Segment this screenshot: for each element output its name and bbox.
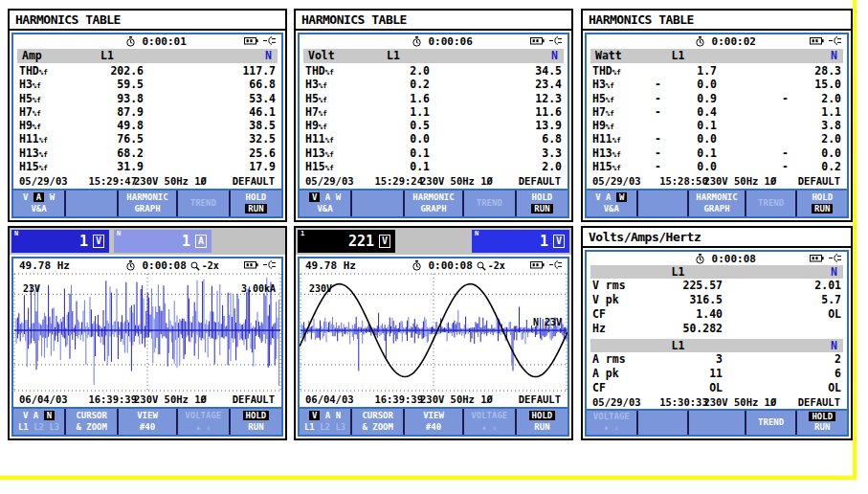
channel-badge-nv[interactable]: N 1 V <box>11 230 109 253</box>
waveform-plot-area: 230V N 23V <box>300 273 568 393</box>
softkey-cursor-zoom[interactable]: CURSOR& ZOOM <box>66 409 119 435</box>
softkey-input-select[interactable]: V A N L1 L2 L3 <box>13 409 66 435</box>
softkey-hold-run[interactable]: HOLDRUN <box>231 191 281 216</box>
channel-marker: N <box>117 231 121 237</box>
line-config: 230V 50Hz 1Ø <box>134 393 207 407</box>
harmonic-label: H9%f <box>305 119 365 132</box>
elapsed-time: 0:00:08 <box>428 259 472 272</box>
neutral-label: N <box>831 49 837 63</box>
panel-scope-l1: 1 221 V N 1 V 49.78 Hz 0:00:08 -2x 230V … <box>294 226 573 440</box>
n-value: 2.01 <box>786 279 841 292</box>
l1-value: 0.1 <box>377 146 430 160</box>
l1-value: 0.2 <box>377 78 430 91</box>
harmonic-label: H5%f <box>19 92 78 105</box>
l1-value: 49.8 <box>91 119 144 132</box>
elapsed-time: 0:00:02 <box>712 35 756 48</box>
date: 05/29/03 <box>305 174 354 189</box>
waveform-l1: 230V N 23V <box>300 273 568 393</box>
lcd-screen: 0:00:08 L1 N V rms 225.57 2.01 V pk <box>585 250 849 437</box>
softkey-view[interactable]: VIEW#40 <box>405 409 464 435</box>
softkey-voltage[interactable]: VOLTAGE▴ ▵ <box>178 409 231 435</box>
softkey-blank[interactable] <box>352 191 405 216</box>
softkey-blank[interactable] <box>66 191 119 216</box>
n-value: 46.1 <box>226 105 276 119</box>
softkey-harmonic-graph[interactable]: HARMONICGRAPH <box>405 191 464 216</box>
unit-label: Volt <box>308 49 335 63</box>
l1-value: 76.5 <box>91 132 144 146</box>
l1-value: 1.6 <box>377 92 430 105</box>
info-bar: 06/04/03 16:39:39 230V 50Hz 1Ø DEFAULT <box>300 393 568 407</box>
lcd-screen: 0:00:01 Amp L1 N THD%f 202.6 117.7 <box>11 33 283 218</box>
channel-badge-nv[interactable]: N 1 V <box>472 230 569 253</box>
zoom-factor: -2x <box>202 260 219 271</box>
table-row: H3%f 59.5 66.8 <box>13 78 281 91</box>
table-row: H11%f 76.5 32.5 <box>13 132 281 146</box>
softkey-vaw[interactable]: V A W V&A <box>13 191 66 216</box>
softkey-cursor-zoom[interactable]: CURSOR& ZOOM <box>352 409 405 435</box>
n-value: 2.0 <box>791 92 841 105</box>
panel-harmonics-volt: HARMONICS TABLE 0:00:06 Volt L1 N THD%f … <box>294 9 573 222</box>
table-row: H5%f 1.6 12.3 <box>300 92 568 105</box>
softkey-hold-run[interactable]: HOLDRUN <box>797 411 847 435</box>
channel-unit: V <box>553 235 565 248</box>
n-value: 2 <box>786 352 841 366</box>
n-value: 28.3 <box>791 64 841 78</box>
softkey-view[interactable]: VIEW#40 <box>119 409 178 435</box>
l1-value: 31.9 <box>91 160 144 173</box>
softkey-input-select[interactable]: V A N L1 L2 L3 <box>300 409 352 435</box>
line-config: 230V 50Hz 1Ø <box>420 393 493 407</box>
harmonic-label: THD%f <box>19 64 78 78</box>
softkey-vaw[interactable]: V A W V&A <box>587 191 638 216</box>
phase-label: L1 <box>671 265 684 280</box>
harmonic-label: H9%f <box>19 119 78 132</box>
n-value: OL <box>786 381 841 394</box>
l1-value: 0.0 <box>664 160 717 173</box>
table-row: H13%f - 0.1 - 0.0 <box>587 146 847 160</box>
softkey-blank[interactable] <box>689 411 746 435</box>
softkey-hold-run[interactable]: HOLDRUN <box>517 191 568 216</box>
l1-value: OL <box>648 381 723 394</box>
softkey-trend[interactable]: TREND <box>746 191 798 216</box>
table-row: THD%f 202.6 117.7 <box>13 64 281 78</box>
channel-marker: N <box>475 231 479 237</box>
scale-label-left: 23V <box>23 283 40 294</box>
softkey-trend[interactable]: TREND <box>178 191 231 216</box>
softkey-hold-run[interactable]: HOLDRUN <box>231 409 281 435</box>
softkey-blank[interactable] <box>638 411 690 435</box>
time: 16:39:39 <box>88 393 137 407</box>
softkey-voltage[interactable]: VOLTAGE▴ ▵ <box>587 411 638 435</box>
status-bar: 0:00:08 <box>587 252 847 265</box>
softkey-voltage[interactable]: VOLTAGE▴ ▵ <box>464 409 517 435</box>
harmonics-rows: THD%f 2.0 34.5 H3%f 0.2 23.4 <box>300 63 568 174</box>
softkey-hold-run[interactable]: HOLDRUN <box>797 191 847 216</box>
frequency-readout: 49.78 Hz <box>305 259 356 272</box>
softkey-harmonic-graph[interactable]: HARMONICGRAPH <box>689 191 746 216</box>
scale-label-right: N 23V <box>533 317 562 327</box>
softkey-vaw[interactable]: V A W V&A <box>300 191 352 216</box>
l1-value: 59.5 <box>91 78 144 91</box>
table-row: H13%f 0.1 3.3 <box>300 146 568 160</box>
channel-badge-na[interactable]: N 1 A <box>114 230 211 253</box>
channel-strip: N 1 V N 1 A <box>10 228 285 255</box>
timer-icon <box>126 36 135 47</box>
softkey-blank[interactable] <box>638 191 690 216</box>
softkey-harmonic-graph[interactable]: HARMONICGRAPH <box>119 191 178 216</box>
battery-icon <box>530 260 545 269</box>
setup-name: DEFAULT <box>519 393 561 407</box>
panel-volts-amps-hertz: Volts/Amps/Hertz 0:00:08 L1 N V rms 225.… <box>581 226 853 440</box>
softkey-hold-run[interactable]: HOLDRUN <box>517 409 568 435</box>
softkey-trend[interactable]: TREND <box>464 191 517 216</box>
harmonic-label: H11%f <box>592 132 652 146</box>
info-bar: 06/04/03 16:39:39 230V 50Hz 1Ø DEFAULT <box>13 393 281 407</box>
unit-label: Amp <box>22 49 42 63</box>
page-edge-bottom <box>0 476 857 480</box>
softkey-bar: V A W V&A HARMONICGRAPH TREND HOLDRUN <box>300 189 568 216</box>
table-row: H7%f - 0.4 1.1 <box>587 105 847 119</box>
channel-badge-l1v[interactable]: 1 221 V <box>298 230 395 253</box>
setup-name: DEFAULT <box>233 174 275 189</box>
table-row: THD%f 1.7 28.3 <box>587 64 847 78</box>
channel-reading: 221 <box>348 233 374 250</box>
l1-value: 93.8 <box>91 92 144 105</box>
channel-unit: V <box>93 235 104 248</box>
softkey-trend[interactable]: TREND <box>746 411 798 435</box>
